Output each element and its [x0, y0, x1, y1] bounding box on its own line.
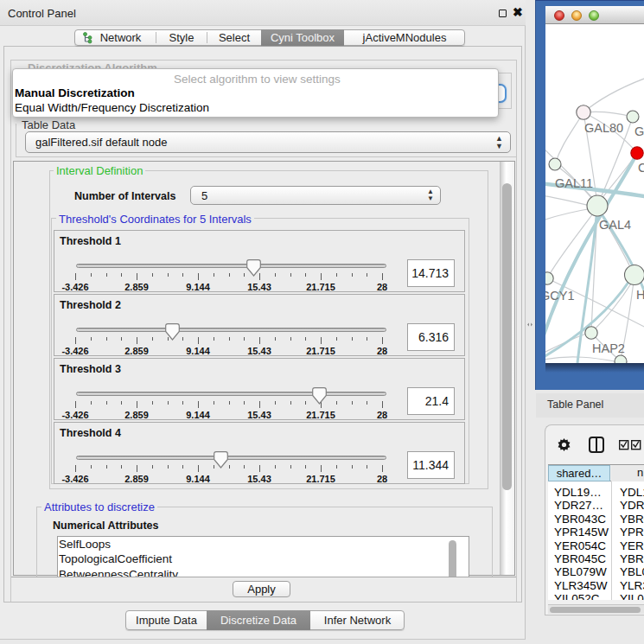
svg-text:H: H — [636, 288, 644, 302]
svg-text:GAL4: GAL4 — [599, 218, 631, 232]
svg-text:HAP2: HAP2 — [592, 341, 625, 355]
svg-text:C: C — [638, 161, 644, 175]
svg-text:GAL11: GAL11 — [555, 176, 593, 190]
svg-text:GAL80: GAL80 — [584, 121, 623, 135]
svg-text:GA: GA — [634, 124, 644, 138]
svg-text:GCY1: GCY1 — [545, 289, 575, 303]
